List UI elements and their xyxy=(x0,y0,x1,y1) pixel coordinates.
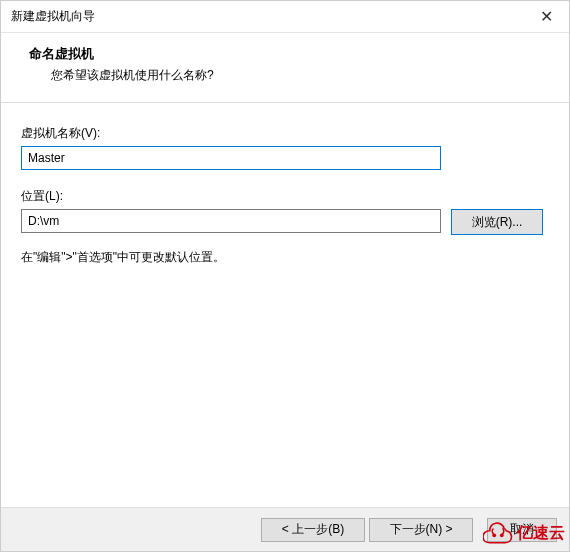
location-label: 位置(L): xyxy=(21,188,549,205)
cancel-button[interactable]: 取消 xyxy=(487,518,557,542)
page-description: 您希望该虚拟机使用什么名称? xyxy=(29,67,551,84)
wizard-content: 虚拟机名称(V): 位置(L): 浏览(R)... 在"编辑">"首选项"中可更… xyxy=(1,103,569,507)
next-button[interactable]: 下一步(N) > xyxy=(369,518,473,542)
close-icon: ✕ xyxy=(540,7,553,26)
vm-name-label: 虚拟机名称(V): xyxy=(21,125,549,142)
page-title: 命名虚拟机 xyxy=(29,45,551,63)
default-location-note: 在"编辑">"首选项"中可更改默认位置。 xyxy=(21,249,549,266)
close-button[interactable]: ✕ xyxy=(524,1,569,33)
wizard-window: 新建虚拟机向导 ✕ 命名虚拟机 您希望该虚拟机使用什么名称? 虚拟机名称(V):… xyxy=(0,0,570,552)
wizard-header: 命名虚拟机 您希望该虚拟机使用什么名称? xyxy=(1,33,569,103)
titlebar: 新建虚拟机向导 ✕ xyxy=(1,1,569,33)
vm-name-input[interactable] xyxy=(21,146,441,170)
location-input[interactable] xyxy=(21,209,441,233)
window-title: 新建虚拟机向导 xyxy=(11,8,524,25)
wizard-footer: < 上一步(B) 下一步(N) > 取消 xyxy=(1,507,569,551)
back-button[interactable]: < 上一步(B) xyxy=(261,518,365,542)
browse-button[interactable]: 浏览(R)... xyxy=(451,209,543,235)
location-row: 浏览(R)... xyxy=(21,209,549,235)
